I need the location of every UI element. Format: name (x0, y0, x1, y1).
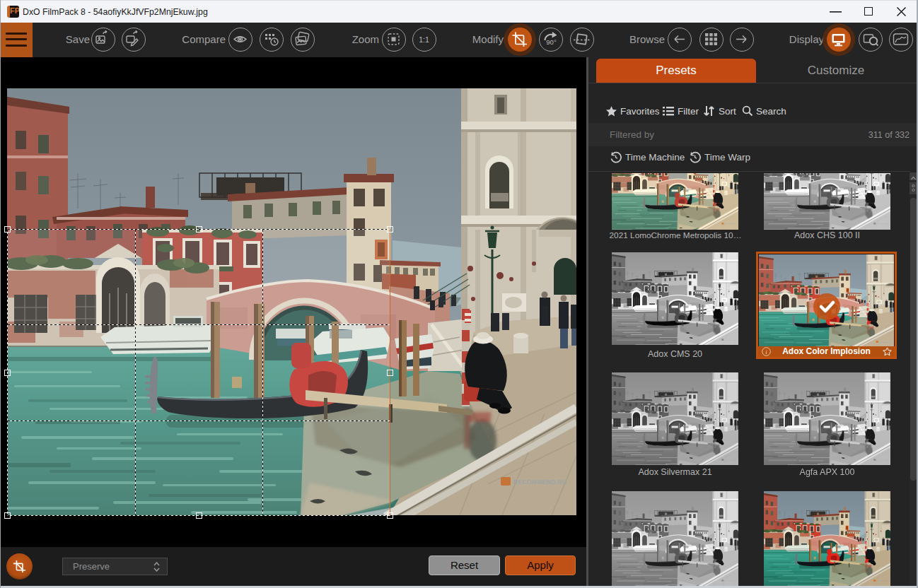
svg-text:1:1: 1:1 (419, 35, 429, 44)
svg-text:i: i (765, 348, 767, 355)
svg-text:90°: 90° (546, 38, 557, 46)
